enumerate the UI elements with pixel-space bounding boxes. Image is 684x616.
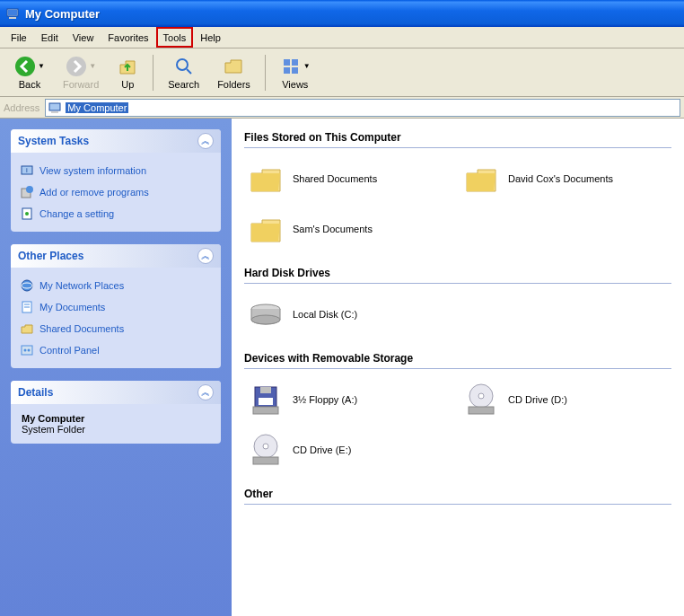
content-area: System Tasks ︽ i View system information… [0, 119, 684, 616]
folder-icon [248, 211, 284, 247]
link-label: Change a setting [39, 208, 114, 219]
svg-point-4 [66, 57, 86, 76]
item-label: CD Drive (E:) [293, 444, 351, 455]
svg-point-26 [28, 349, 31, 352]
svg-rect-12 [51, 111, 58, 113]
item-label: CD Drive (D:) [508, 394, 567, 405]
collapse-icon[interactable]: ︽ [197, 133, 214, 149]
settings-icon [20, 207, 34, 221]
hdd-icon [248, 296, 284, 332]
section-hard-disks-header: Hard Disk Drives [244, 267, 671, 279]
panel-other-places: Other Places ︽ My Network Places My Docu… [11, 244, 221, 368]
item-cd-drive-e[interactable]: CD Drive (E:) [244, 428, 442, 471]
window-title: My Computer [25, 7, 100, 21]
menu-view[interactable]: View [66, 27, 101, 48]
search-button[interactable]: Search [161, 54, 206, 92]
svg-rect-38 [253, 457, 278, 464]
link-label: My Network Places [39, 280, 124, 291]
svg-rect-24 [22, 346, 32, 355]
folders-label: Folders [217, 79, 250, 90]
panel-body: My Network Places My Documents Shared Do… [11, 268, 221, 368]
item-shared-documents[interactable]: Shared Documents [244, 157, 442, 200]
cd-icon [248, 432, 284, 468]
menu-tools[interactable]: Tools [156, 27, 194, 48]
toolbar: ▼ Back ▼ Forward Up Search Folders [0, 48, 684, 97]
views-icon [280, 56, 302, 77]
back-icon [14, 56, 36, 77]
svg-point-18 [25, 212, 29, 216]
panel-body: My Computer System Folder [11, 404, 221, 444]
details-name: My Computer [22, 413, 210, 424]
dropdown-arrow-icon: ▼ [303, 62, 311, 70]
svg-line-6 [187, 69, 191, 74]
removable-items: 3½ Floppy (A:) CD Drive (D:) CD Drive (E… [244, 378, 671, 471]
item-label: Local Disk (C:) [293, 309, 357, 320]
menu-help[interactable]: Help [193, 27, 228, 48]
svg-rect-11 [49, 103, 60, 110]
up-button[interactable]: Up [110, 54, 145, 92]
files-stored-items: Shared Documents David Cox's Documents S… [244, 157, 671, 251]
toolbar-separator [265, 55, 266, 91]
svg-point-5 [177, 59, 188, 70]
svg-point-3 [15, 57, 35, 76]
section-rule [244, 504, 671, 505]
search-icon [173, 56, 195, 77]
address-value: My Computer [66, 102, 128, 113]
panel-details: Details ︽ My Computer System Folder [11, 381, 221, 444]
item-label: 3½ Floppy (A:) [293, 394, 357, 405]
link-my-documents[interactable]: My Documents [20, 296, 212, 318]
item-david-cox-documents[interactable]: David Cox's Documents [460, 157, 657, 200]
svg-rect-2 [8, 10, 17, 15]
item-label: David Cox's Documents [508, 173, 613, 184]
item-cd-drive-d[interactable]: CD Drive (D:) [460, 378, 657, 421]
forward-icon [66, 56, 87, 77]
link-add-remove-programs[interactable]: Add or remove programs [20, 181, 212, 203]
folder-icon [248, 161, 284, 197]
item-sams-documents[interactable]: Sam's Documents [244, 207, 442, 251]
svg-point-16 [26, 186, 33, 193]
back-label: Back [19, 79, 40, 90]
menu-edit[interactable]: Edit [34, 27, 66, 48]
folders-button[interactable]: Folders [210, 54, 258, 92]
menu-favorites[interactable]: Favorites [101, 27, 155, 48]
panel-header[interactable]: Other Places ︽ [11, 244, 221, 268]
svg-rect-10 [292, 67, 298, 74]
link-network-places[interactable]: My Network Places [20, 275, 212, 296]
titlebar: My Computer [0, 0, 684, 27]
back-button[interactable]: ▼ Back [7, 54, 52, 92]
address-label: Address [4, 102, 39, 113]
link-control-panel[interactable]: Control Panel [20, 339, 212, 361]
link-change-setting[interactable]: Change a setting [20, 203, 212, 224]
svg-point-34 [478, 393, 484, 399]
section-removable-header: Devices with Removable Storage [244, 352, 671, 365]
forward-label: Forward [63, 79, 99, 90]
collapse-icon[interactable]: ︽ [197, 248, 214, 264]
computer-icon [5, 6, 20, 21]
programs-icon [20, 185, 34, 199]
main-view: Files Stored on This Computer Shared Doc… [232, 119, 684, 616]
link-shared-documents[interactable]: Shared Documents [20, 318, 212, 339]
address-field[interactable]: My Computer [45, 99, 680, 117]
collapse-icon[interactable]: ︽ [197, 384, 214, 400]
menubar: File Edit View Favorites Tools Help [0, 27, 684, 48]
item-floppy-a[interactable]: 3½ Floppy (A:) [244, 378, 442, 421]
control-panel-icon [20, 343, 34, 357]
dropdown-arrow-icon: ▼ [38, 62, 45, 70]
side-panel: System Tasks ︽ i View system information… [0, 119, 232, 616]
svg-point-28 [251, 315, 280, 324]
section-files-stored-header: Files Stored on This Computer [244, 131, 671, 144]
floppy-icon [248, 382, 284, 418]
views-button[interactable]: ▼ Views [273, 54, 318, 92]
section-rule [244, 368, 671, 369]
svg-rect-8 [292, 59, 298, 66]
panel-header[interactable]: System Tasks ︽ [11, 129, 221, 153]
details-type: System Folder [22, 424, 210, 435]
svg-rect-35 [469, 407, 494, 414]
item-local-disk-c[interactable]: Local Disk (C:) [244, 293, 442, 336]
views-label: Views [282, 79, 308, 90]
panel-header[interactable]: Details ︽ [11, 381, 221, 404]
link-view-system-info[interactable]: i View system information [20, 160, 212, 181]
svg-rect-30 [260, 387, 271, 393]
svg-rect-31 [259, 398, 273, 405]
menu-file[interactable]: File [4, 27, 34, 48]
